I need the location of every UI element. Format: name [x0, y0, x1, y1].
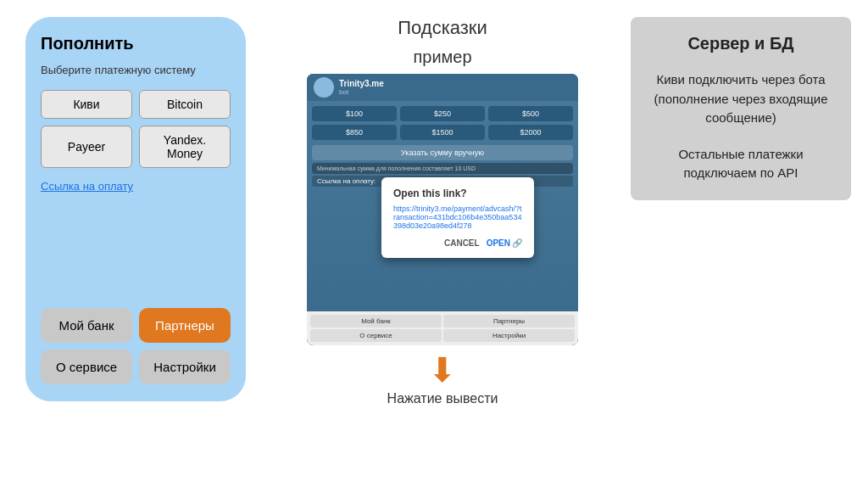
- yandex-button[interactable]: Yandex. Money: [139, 126, 231, 168]
- ss-title-area: Trinity3.me bot: [339, 79, 384, 96]
- ss-nav-settings[interactable]: Настройки: [443, 329, 575, 342]
- example-label: пример: [413, 48, 471, 67]
- open-icon: 🔗: [512, 238, 522, 248]
- partners-button[interactable]: Партнеры: [139, 308, 231, 343]
- phone-panel: Пополнить Выберите платежную систему Кив…: [17, 17, 254, 401]
- bitcoin-button[interactable]: Bitcoin: [139, 90, 231, 119]
- ss-money-850[interactable]: $850: [312, 125, 397, 140]
- ss-dialog: Open this link? https://trinity3.me/paym…: [381, 177, 534, 258]
- ss-min-amount: Минимальная сумма для пополнения составл…: [312, 163, 573, 174]
- about-service-button[interactable]: О сервисе: [41, 350, 132, 384]
- right-text-2: Остальные платежки подключаем по API: [646, 145, 836, 183]
- phone-subtitle: Выберите платежную систему: [41, 64, 231, 76]
- ss-dialog-url: https://trinity3.me/payment/advcash/?tra…: [393, 204, 522, 230]
- ss-money-250[interactable]: $250: [400, 106, 485, 121]
- ss-money-grid: $100 $250 $500 $850 $1500 $2000: [307, 101, 578, 145]
- my-bank-button[interactable]: Мой банк: [41, 308, 132, 343]
- ss-dialog-actions: CANCEL OPEN 🔗: [393, 238, 522, 248]
- settings-button[interactable]: Настройки: [139, 350, 231, 384]
- ss-money-500[interactable]: $500: [488, 106, 573, 121]
- ss-nav-partners[interactable]: Партнеры: [443, 315, 575, 327]
- ss-bot-label: bot: [339, 88, 384, 96]
- ss-bottom-nav: Мой банк Партнеры О сервисе Настройки: [307, 311, 578, 345]
- payment-buttons-grid: Киви Bitcoin Payeer Yandex. Money: [41, 90, 231, 168]
- phone-nav: Мой банк Партнеры О сервисе Настройки: [41, 308, 231, 384]
- ss-open-button[interactable]: OPEN 🔗: [487, 238, 522, 248]
- ss-cancel-button[interactable]: CANCEL: [444, 238, 480, 248]
- ss-app-name: Trinity3.me: [339, 79, 384, 88]
- arrow-down-icon: ⬇: [428, 350, 457, 389]
- payeer-button[interactable]: Payeer: [41, 126, 132, 168]
- ss-money-1500[interactable]: $1500: [400, 125, 485, 140]
- screenshot-inner: Trinity3.me bot $100 $250 $500 $850 $150…: [307, 74, 578, 345]
- kiwi-button[interactable]: Киви: [41, 90, 132, 119]
- right-title: Сервер и БД: [646, 34, 836, 53]
- ss-dialog-title: Open this link?: [393, 188, 522, 199]
- ss-nav-about[interactable]: О сервисе: [310, 329, 442, 342]
- right-panel: Сервер и БД Киви подключить через бота (…: [631, 17, 851, 200]
- phone-mockup: Пополнить Выберите платежную систему Кив…: [25, 17, 246, 401]
- phone-title: Пополнить: [41, 34, 231, 53]
- center-panel: Подсказки пример Trinity3.me bot $100 $2…: [263, 17, 622, 406]
- ss-nav-mybank[interactable]: Мой банк: [310, 315, 442, 327]
- screenshot-container: Trinity3.me bot $100 $250 $500 $850 $150…: [307, 74, 578, 345]
- ss-avatar: [314, 77, 334, 98]
- ss-money-100[interactable]: $100: [312, 106, 397, 121]
- ss-header: Trinity3.me bot: [307, 74, 578, 101]
- hints-title: Подсказки: [398, 17, 487, 39]
- arrow-label: Нажатие вывести: [387, 391, 498, 406]
- ss-money-2000[interactable]: $2000: [488, 125, 573, 140]
- payment-link[interactable]: Ссылка на оплату: [41, 180, 231, 193]
- right-text-1: Киви подключить через бота (пополнение ч…: [646, 70, 836, 128]
- ss-input-area: Указать сумму вручную: [312, 145, 573, 160]
